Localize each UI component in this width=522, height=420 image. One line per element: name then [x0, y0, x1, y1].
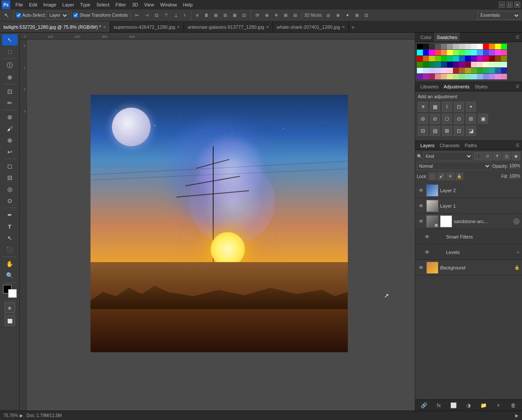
brush-tool[interactable]: 🖌 [2, 123, 18, 134]
swatch[interactable] [501, 74, 507, 79]
swatch[interactable] [471, 74, 477, 79]
crop-tool[interactable]: ⊡ [2, 86, 18, 97]
swatch[interactable] [465, 74, 471, 79]
type-tool[interactable]: T [2, 221, 18, 232]
swatch[interactable] [477, 44, 483, 49]
swatch[interactable] [435, 62, 441, 67]
align-bottom-btn[interactable]: ⊦ [181, 11, 189, 20]
swatch[interactable] [441, 44, 447, 49]
layer-visibility-smart-filters[interactable]: 👁 [424, 233, 431, 240]
menu-edit[interactable]: Edit [27, 1, 40, 8]
lock-all-btn[interactable]: 🔒 [456, 172, 463, 180]
swatch[interactable] [429, 56, 435, 61]
invert-icon[interactable]: ⊟ [418, 126, 428, 136]
black-white-icon[interactable]: ⬡ [442, 114, 452, 124]
tab-3[interactable]: whale-shark-207401_1280.jpg ✕ [273, 21, 349, 32]
swatch[interactable] [495, 62, 501, 67]
close-btn[interactable]: ✕ [514, 2, 520, 8]
swatches-tab[interactable]: Swatches [434, 33, 460, 42]
swatch[interactable] [489, 44, 495, 49]
swatch[interactable] [489, 62, 495, 67]
hue-saturation-icon[interactable]: ⊜ [418, 114, 428, 124]
swatch[interactable] [471, 44, 477, 49]
workspace-select[interactable]: Essentials [477, 11, 520, 20]
levels-options[interactable]: ⇥ [516, 250, 519, 254]
paths-tab[interactable]: Paths [462, 141, 480, 150]
swatch[interactable] [453, 56, 459, 61]
layers-tab[interactable]: Layers [418, 141, 437, 150]
move-tool-options[interactable]: ↖ [2, 11, 12, 20]
layer-item-sandstone[interactable]: 👁 sandstone-arc... … [415, 214, 522, 229]
swatch[interactable] [477, 50, 483, 55]
spot-heal-tool[interactable]: ⊛ [2, 112, 18, 123]
layer-item-layer2[interactable]: 👁 Layer 2 [415, 183, 522, 198]
swatch[interactable] [501, 56, 507, 61]
swatch[interactable] [453, 62, 459, 67]
tab-overflow[interactable]: » [349, 21, 357, 32]
3d-mode-btn1[interactable]: ◎ [324, 11, 333, 20]
distribute2-btn[interactable]: ≣ [202, 11, 211, 20]
libraries-tab[interactable]: Libraries [418, 82, 441, 91]
swatch[interactable] [453, 44, 459, 49]
lock-position-btn[interactable]: ✛ [447, 172, 454, 180]
zoom-expand[interactable]: ▶ [20, 413, 23, 418]
move-tool[interactable]: ↖ [2, 34, 18, 45]
color-panel-menu[interactable]: ☰ [516, 35, 519, 39]
layer-select[interactable]: Layer [46, 11, 69, 20]
filter-type-btn[interactable]: T [493, 152, 501, 160]
layer-visibility-layer2[interactable]: 👁 [418, 187, 425, 194]
photo-filter-icon[interactable]: ⊙ [454, 114, 464, 124]
layer-filter-select[interactable]: Kind [423, 152, 473, 160]
layer-item-levels[interactable]: 👁 Levels ⇥ [415, 245, 522, 260]
swatch[interactable] [441, 68, 447, 73]
swatch[interactable] [483, 50, 489, 55]
gradient-map-icon[interactable]: ⊡ [454, 126, 464, 136]
quick-mask-btn[interactable]: ◉ [5, 302, 15, 313]
swatch[interactable] [495, 68, 501, 73]
swatch[interactable] [483, 44, 489, 49]
auto-select-checkbox[interactable]: Auto-Select: [16, 13, 45, 18]
screen-mode-btn[interactable]: ⬜ [5, 316, 15, 326]
threshold-icon[interactable]: ⊠ [442, 126, 452, 136]
styles-tab[interactable]: Styles [472, 82, 490, 91]
menu-layer[interactable]: Layer [60, 1, 77, 8]
blur-tool[interactable]: ◎ [2, 184, 18, 195]
layer-item-smart-filters[interactable]: 👁 Smart Filters [415, 229, 522, 245]
swatch[interactable] [483, 56, 489, 61]
background-color[interactable] [8, 289, 17, 298]
menu-help[interactable]: Help [181, 1, 196, 8]
menu-select[interactable]: Select [94, 1, 112, 8]
hand-tool[interactable]: ✋ [2, 258, 18, 269]
zoom-tool[interactable]: 🔍 [2, 270, 18, 281]
distribute4-btn[interactable]: ⊟ [221, 11, 229, 20]
swatch[interactable] [465, 56, 471, 61]
swatch[interactable] [423, 62, 429, 67]
lasso-tool[interactable]: ⓛ [2, 60, 18, 71]
swatch[interactable] [459, 50, 465, 55]
filter-pixel-btn[interactable]: ⬛ [474, 152, 483, 160]
swatch[interactable] [429, 62, 435, 67]
gradient-tool[interactable]: ⊟ [2, 172, 18, 183]
3d-slide-btn[interactable]: ⊞ [281, 11, 290, 20]
swatch[interactable] [447, 50, 453, 55]
layers-panel-menu[interactable]: ☰ [516, 143, 519, 148]
swatch[interactable] [429, 44, 435, 49]
layer-visibility-sandstone[interactable]: 👁 [418, 218, 425, 225]
swatch[interactable] [453, 50, 459, 55]
align-top-btn[interactable]: ⊤ [162, 11, 171, 20]
adjustments-tab[interactable]: Adjustments [441, 82, 472, 91]
swatch[interactable] [465, 62, 471, 67]
swatch[interactable] [417, 62, 423, 67]
3d-mode-btn3[interactable]: ✦ [343, 11, 352, 20]
add-mask-btn[interactable]: ⬜ [449, 401, 459, 410]
swatch[interactable] [501, 50, 507, 55]
swatch[interactable] [459, 44, 465, 49]
tab-close-0[interactable]: ✕ [103, 25, 106, 29]
menu-3d[interactable]: 3D [130, 1, 141, 8]
swatch[interactable] [489, 56, 495, 61]
swatch[interactable] [501, 68, 507, 73]
show-transform-checkbox[interactable]: Show Transform Controls [73, 13, 128, 18]
color-lookup-icon[interactable]: ▣ [478, 114, 488, 124]
swatch[interactable] [423, 74, 429, 79]
swatch[interactable] [495, 50, 501, 55]
